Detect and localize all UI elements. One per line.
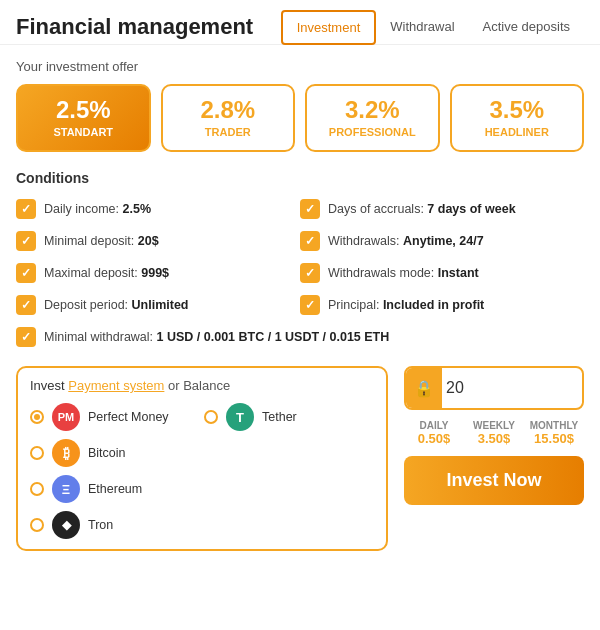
label-monthly: MONTHLY	[524, 420, 584, 431]
label-min-deposit: Minimal deposit: 20$	[44, 234, 159, 248]
label-tether: Tether	[262, 410, 297, 424]
tab-withdrawal[interactable]: Withdrawal	[376, 10, 468, 45]
invest-now-button[interactable]: Invest Now	[404, 456, 584, 505]
check-days-accruals	[300, 199, 320, 219]
payment-system-link[interactable]: Payment system	[68, 378, 164, 393]
value-monthly: 15.50$	[524, 431, 584, 446]
returns-grid: DAILY 0.50$ WEEKLY 3.50$ MONTHLY 15.50$	[404, 420, 584, 446]
payment-tron[interactable]: ◆ Tron	[30, 511, 200, 539]
return-daily: DAILY 0.50$	[404, 420, 464, 446]
amount-input[interactable]	[442, 373, 584, 403]
condition-withdrawals: Withdrawals: Anytime, 24/7	[300, 228, 584, 254]
label-daily: DAILY	[404, 420, 464, 431]
icon-tron: ◆	[52, 511, 80, 539]
value-daily: 0.50$	[404, 431, 464, 446]
value-days-accruals: 7 days of week	[427, 202, 515, 216]
radio-tron[interactable]	[30, 518, 44, 532]
condition-days-accruals: Days of accruals: 7 days of week	[300, 196, 584, 222]
offer-cards: 2.5% STANDART 2.8% TRADER 3.2% PROFESSIO…	[16, 84, 584, 152]
value-max-deposit: 999$	[141, 266, 169, 280]
value-min-withdrawal: 1 USD / 0.001 BTC / 1 USDT / 0.015 ETH	[157, 330, 390, 344]
offer-name-professional: PROFESSIONAL	[313, 126, 432, 138]
condition-min-withdrawal: Minimal withdrawal: 1 USD / 0.001 BTC / …	[16, 324, 584, 350]
check-withdrawals-mode	[300, 263, 320, 283]
nav-tabs: Investment Withdrawal Active deposits	[281, 10, 584, 44]
value-weekly: 3.50$	[464, 431, 524, 446]
conditions-title: Conditions	[16, 170, 584, 186]
value-principal: Included in profit	[383, 298, 484, 312]
label-max-deposit: Maximal deposit: 999$	[44, 266, 169, 280]
label-tron: Tron	[88, 518, 113, 532]
page-title: Financial management	[16, 14, 281, 40]
offer-percent-professional: 3.2%	[313, 98, 432, 122]
radio-bitcoin[interactable]	[30, 446, 44, 460]
payment-ethereum[interactable]: Ξ Ethereum	[30, 475, 200, 503]
label-daily-income: Daily income: 2.5%	[44, 202, 151, 216]
condition-min-deposit: Minimal deposit: 20$	[16, 228, 300, 254]
offer-name-headliner: HEADLINER	[458, 126, 577, 138]
payment-tether[interactable]: T Tether	[204, 403, 374, 431]
check-min-withdrawal	[16, 327, 36, 347]
offer-percent-trader: 2.8%	[169, 98, 288, 122]
label-perfect-money: Perfect Money	[88, 410, 169, 424]
label-min-withdrawal: Minimal withdrawal: 1 USD / 0.001 BTC / …	[44, 330, 389, 344]
amount-input-row: 🔒 USD	[404, 366, 584, 410]
conditions-grid: Daily income: 2.5% Days of accruals: 7 d…	[16, 196, 584, 350]
wallet-icon: 🔒	[406, 368, 442, 408]
condition-deposit-period: Deposit period: Unlimited	[16, 292, 300, 318]
offer-card-professional[interactable]: 3.2% PROFESSIONAL	[305, 84, 440, 152]
offer-name-standart: STANDART	[24, 126, 143, 138]
offer-label: Your investment offer	[16, 59, 584, 74]
radio-perfect-money[interactable]	[30, 410, 44, 424]
label-weekly: WEEKLY	[464, 420, 524, 431]
label-bitcoin: Bitcoin	[88, 446, 126, 460]
invest-panel: 🔒 USD DAILY 0.50$ WEEKLY 3.50$ MONTHLY	[404, 366, 584, 551]
return-monthly: MONTHLY 15.50$	[524, 420, 584, 446]
offer-name-trader: TRADER	[169, 126, 288, 138]
label-withdrawals-mode: Withdrawals mode: Instant	[328, 266, 479, 280]
icon-tether: T	[226, 403, 254, 431]
offer-percent-standart: 2.5%	[24, 98, 143, 122]
check-withdrawals	[300, 231, 320, 251]
value-daily-income: 2.5%	[123, 202, 152, 216]
check-daily-income	[16, 199, 36, 219]
condition-daily-income: Daily income: 2.5%	[16, 196, 300, 222]
payment-bitcoin[interactable]: ₿ Bitcoin	[30, 439, 200, 467]
value-deposit-period: Unlimited	[132, 298, 189, 312]
payment-perfect-money[interactable]: PM Perfect Money	[30, 403, 200, 431]
label-principal: Principal: Included in profit	[328, 298, 484, 312]
condition-max-deposit: Maximal deposit: 999$	[16, 260, 300, 286]
tab-active-deposits[interactable]: Active deposits	[469, 10, 584, 45]
offer-card-standart[interactable]: 2.5% STANDART	[16, 84, 151, 152]
or-balance-label: or Balance	[168, 378, 230, 393]
icon-bitcoin: ₿	[52, 439, 80, 467]
offer-percent-headliner: 3.5%	[458, 98, 577, 122]
check-principal	[300, 295, 320, 315]
radio-ethereum[interactable]	[30, 482, 44, 496]
page-wrapper: Financial management Investment Withdraw…	[0, 0, 600, 630]
radio-tether[interactable]	[204, 410, 218, 424]
header: Financial management Investment Withdraw…	[0, 0, 600, 45]
value-withdrawals-mode: Instant	[438, 266, 479, 280]
value-withdrawals: Anytime, 24/7	[403, 234, 484, 248]
tab-investment[interactable]: Investment	[281, 10, 377, 45]
icon-ethereum: Ξ	[52, 475, 80, 503]
label-deposit-period: Deposit period: Unlimited	[44, 298, 189, 312]
return-weekly: WEEKLY 3.50$	[464, 420, 524, 446]
condition-principal: Principal: Included in profit	[300, 292, 584, 318]
check-min-deposit	[16, 231, 36, 251]
payment-box: Invest Payment system or Balance PM Perf…	[16, 366, 388, 551]
offer-card-headliner[interactable]: 3.5% HEADLINER	[450, 84, 585, 152]
label-days-accruals: Days of accruals: 7 days of week	[328, 202, 516, 216]
invest-prefix: Invest	[30, 378, 68, 393]
label-ethereum: Ethereum	[88, 482, 142, 496]
offer-card-trader[interactable]: 2.8% TRADER	[161, 84, 296, 152]
payment-methods: PM Perfect Money T Tether ₿ Bitcoin	[30, 403, 374, 539]
check-max-deposit	[16, 263, 36, 283]
main-content: Your investment offer 2.5% STANDART 2.8%…	[0, 45, 600, 565]
condition-withdrawals-mode: Withdrawals mode: Instant	[300, 260, 584, 286]
payment-header: Invest Payment system or Balance	[30, 378, 374, 393]
check-deposit-period	[16, 295, 36, 315]
label-withdrawals: Withdrawals: Anytime, 24/7	[328, 234, 484, 248]
bottom-section: Invest Payment system or Balance PM Perf…	[16, 366, 584, 551]
